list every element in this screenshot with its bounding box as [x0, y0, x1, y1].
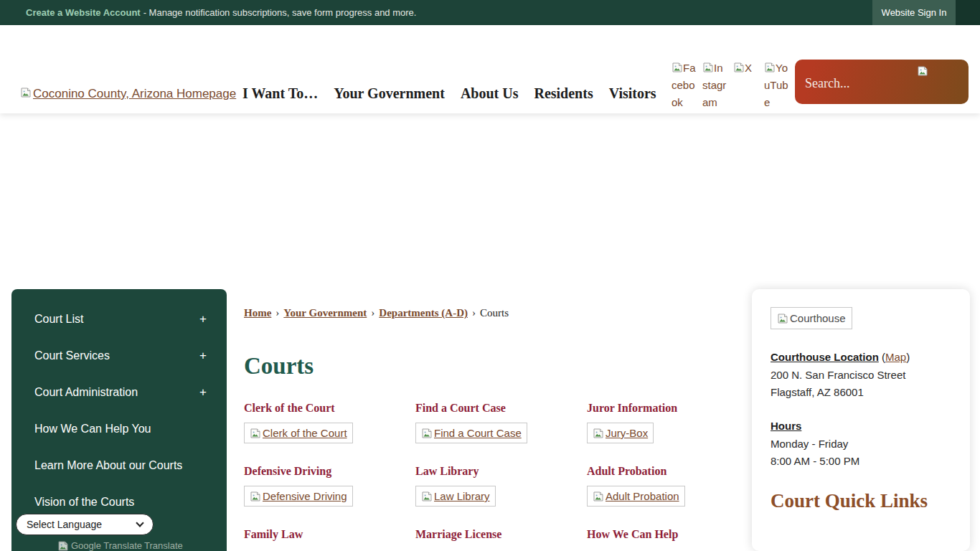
sidebar-item-court-list[interactable]: Court List + [11, 301, 227, 337]
map-paren: ) [906, 351, 910, 363]
google-translate-link[interactable]: Google Translate Translate [57, 540, 183, 551]
address-line-1: 200 N. San Francisco Street [771, 369, 905, 381]
tile-heading: Defensive Driving [244, 465, 415, 478]
broken-image-icon [57, 540, 69, 551]
tile-heading: Clerk of the Court [244, 402, 415, 415]
tile-heading: Marriage License [415, 528, 587, 541]
broken-image-icon [733, 61, 745, 72]
tile-alt-link[interactable]: Jury-Box [606, 427, 648, 439]
broken-image-icon [20, 87, 32, 98]
tile-heading: Law Library [415, 465, 587, 478]
tile-marriage-license: Marriage License [415, 528, 587, 549]
tile-image-link[interactable]: Find a Court Case [415, 423, 527, 443]
hours-time: 8:00 AM - 5:00 PM [771, 455, 859, 467]
search-box[interactable] [795, 60, 969, 104]
broken-image-icon [702, 61, 714, 72]
court-quick-links-title: Court Quick Links [771, 490, 928, 512]
chevron-down-icon [136, 519, 143, 527]
language-select[interactable]: Select Language [16, 514, 154, 535]
broken-image-icon [777, 313, 788, 324]
account-promo[interactable]: Create a Website Account - Manage notifi… [26, 0, 416, 25]
courthouse-info-card: Courthouse Courthouse Location (Map) 200… [752, 289, 970, 551]
courts-link-grid: Clerk of the Court Clerk of the Court Fi… [244, 402, 760, 551]
expand-plus-icon[interactable]: + [199, 349, 207, 363]
main-navigation: I Want To… Your Government About Us Resi… [242, 85, 656, 102]
instagram-link[interactable]: Instagram [702, 60, 727, 111]
homepage-logo-link[interactable]: Coconino County, Arizona Homepage [20, 87, 236, 101]
tile-adult-probation: Adult Probation Adult Probation [587, 465, 758, 507]
top-utility-bar: Create a Website Account - Manage notifi… [0, 0, 980, 25]
breadcrumb-your-government[interactable]: Your Government [283, 307, 367, 319]
tile-image-link[interactable]: Adult Probation [587, 486, 685, 507]
tile-image-link[interactable]: Law Library [415, 486, 496, 507]
broken-image-icon [593, 491, 604, 502]
breadcrumb-home[interactable]: Home [244, 307, 271, 319]
sidebar-item-label: Court Administration [34, 386, 199, 399]
nav-visitors[interactable]: Visitors [609, 85, 656, 102]
hours-days: Monday - Friday [771, 438, 848, 450]
expand-plus-icon[interactable]: + [199, 312, 207, 326]
expand-plus-icon[interactable]: + [199, 385, 207, 400]
tile-image-link[interactable]: Jury-Box [587, 423, 654, 443]
sidebar-item-label: Learn More About our Courts [34, 459, 207, 472]
breadcrumb-separator: › [275, 307, 279, 319]
tile-family-law: Family Law [244, 528, 415, 549]
broken-image-icon [421, 491, 433, 502]
courthouse-alt-text: Courthouse [790, 312, 846, 324]
sidebar-item-label: Vision of the Courts [34, 496, 207, 509]
tile-defensive-driving: Defensive Driving Defensive Driving [244, 465, 415, 507]
tile-law-library: Law Library Law Library [415, 465, 587, 507]
tile-image-link[interactable]: Clerk of the Court [244, 423, 353, 443]
facebook-link[interactable]: Facebook [672, 60, 696, 111]
x-link[interactable]: X [733, 60, 758, 77]
nav-your-government[interactable]: Your Government [334, 85, 445, 102]
youtube-link[interactable]: YouTube [764, 60, 788, 111]
tile-alt-link[interactable]: Find a Court Case [434, 427, 522, 439]
address-line-2: Flagstaff, AZ 86001 [771, 386, 864, 398]
courthouse-location-line: Courthouse Location (Map) [771, 351, 910, 363]
create-account-link[interactable]: Create a Website Account [26, 7, 141, 18]
tile-heading: How We Can Help [587, 528, 758, 541]
courts-sidebar-menu: Court List + Court Services + Court Admi… [11, 289, 227, 551]
sidebar-item-learn-more-about-our-courts[interactable]: Learn More About our Courts [11, 447, 227, 484]
hours-label: Hours [771, 420, 801, 432]
map-link[interactable]: Map [885, 351, 906, 363]
tile-alt-link[interactable]: Clerk of the Court [263, 427, 347, 439]
courthouse-location-label: Courthouse Location [771, 351, 879, 363]
tile-heading: Juror Information [587, 402, 758, 415]
search-icon[interactable] [917, 65, 928, 77]
sidebar-item-how-we-can-help-you[interactable]: How We Can Help You [11, 410, 227, 447]
tile-heading: Family Law [244, 528, 415, 541]
nav-about-us[interactable]: About Us [461, 85, 519, 102]
tile-clerk-of-the-court: Clerk of the Court Clerk of the Court [244, 402, 415, 443]
x-alt-text: X [745, 62, 752, 74]
tile-alt-link[interactable]: Law Library [434, 490, 490, 502]
tile-alt-link[interactable]: Adult Probation [606, 490, 679, 502]
sidebar-list: Court List + Court Services + Court Admi… [11, 289, 227, 520]
sidebar-item-label: Court List [34, 313, 199, 326]
nav-residents[interactable]: Residents [534, 85, 593, 102]
broken-image-icon [593, 428, 604, 439]
translate-label: Translate [144, 540, 183, 551]
sidebar-item-label: Court Services [34, 349, 199, 362]
sidebar-item-label: How We Can Help You [34, 423, 207, 435]
breadcrumb-current: Courts [480, 307, 509, 319]
broken-image-icon [250, 428, 261, 439]
language-select-value: Select Language [27, 519, 137, 530]
tile-image-link[interactable]: Defensive Driving [244, 486, 353, 507]
tile-heading: Adult Probation [587, 465, 758, 478]
broken-image-icon [764, 61, 776, 72]
sidebar-item-court-services[interactable]: Court Services + [11, 337, 227, 374]
sidebar-item-court-administration[interactable]: Court Administration + [11, 374, 227, 410]
website-sign-in-button[interactable]: Website Sign In [872, 0, 956, 25]
breadcrumb: Home › Your Government › Departments (A-… [244, 307, 509, 319]
tile-juror-information: Juror Information Jury-Box [587, 402, 758, 443]
breadcrumb-separator: › [371, 307, 374, 319]
breadcrumb-departments-a-d[interactable]: Departments (A-D) [379, 307, 468, 319]
search-input[interactable] [805, 72, 913, 94]
page: Create a Website Account - Manage notifi… [0, 0, 980, 551]
nav-i-want-to[interactable]: I Want To… [242, 85, 318, 102]
tile-how-we-can-help: How We Can Help [587, 528, 758, 549]
broken-image-icon [672, 61, 683, 72]
tile-alt-link[interactable]: Defensive Driving [263, 490, 347, 502]
